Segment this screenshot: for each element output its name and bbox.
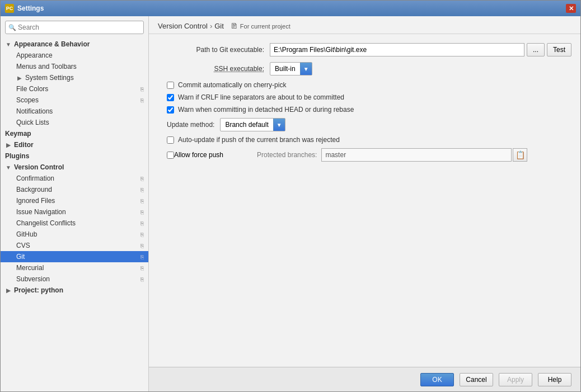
detached-head-checkbox[interactable] — [167, 106, 174, 114]
sidebar-item-git[interactable]: Git ⎘ — [1, 251, 148, 262]
test-button[interactable]: Test — [547, 43, 571, 56]
sidebar-item-label: Mercurial — [16, 264, 44, 272]
breadcrumb-part1: Version Control — [158, 22, 208, 30]
sidebar-item-editor[interactable]: ▶ Editor — [1, 139, 148, 150]
content-area: 🔍 ▼ Appearance & Behavior Appearance Men… — [1, 16, 580, 391]
sidebar-item-mercurial[interactable]: Mercurial ⎘ — [1, 262, 148, 273]
help-button[interactable]: Help — [538, 373, 571, 386]
sidebar-item-label: Menus and Toolbars — [16, 63, 77, 70]
sidebar-item-keymap[interactable]: Keymap — [1, 128, 148, 139]
copy-icon: ⎘ — [140, 86, 144, 92]
sidebar-item-label: Editor — [14, 141, 34, 149]
expand-icon: ▶ — [5, 141, 12, 148]
app-icon: PC — [5, 4, 14, 13]
auto-update-checkbox[interactable] — [167, 136, 174, 144]
sidebar-item-system-settings[interactable]: ▶ System Settings — [1, 72, 148, 83]
sidebar-item-label: Project: python — [14, 286, 63, 294]
cancel-button[interactable]: Cancel — [460, 373, 493, 386]
footer: OK Cancel Apply Help — [149, 367, 580, 391]
sidebar: 🔍 ▼ Appearance & Behavior Appearance Men… — [1, 16, 149, 391]
sidebar-item-label: Confirmation — [16, 174, 54, 182]
folder-icon: 📋 — [516, 150, 525, 159]
sidebar-item-cvs[interactable]: CVS ⎘ — [1, 240, 148, 251]
sidebar-item-label: Quick Lists — [16, 119, 49, 126]
sidebar-item-version-control[interactable]: ▼ Version Control — [1, 162, 148, 173]
copy-icon: ⎘ — [140, 232, 144, 238]
sidebar-item-label: File Colors — [16, 85, 48, 93]
update-method-select[interactable]: Branch default ▼ — [220, 118, 285, 131]
sidebar-item-github[interactable]: GitHub ⎘ — [1, 229, 148, 240]
copy-icon: ⎘ — [140, 97, 144, 103]
copy-icon: ⎘ — [140, 220, 144, 226]
sidebar-item-label: Git — [16, 253, 25, 261]
cherry-pick-label[interactable]: Commit automatically on cherry-pick — [178, 81, 286, 89]
update-method-label: Update method: — [167, 121, 214, 129]
force-push-row: Allow force push Protected branches: 📋 — [167, 148, 571, 162]
update-method-row: Update method: Branch default ▼ — [167, 118, 571, 131]
auto-update-label[interactable]: Auto-update if push of the current branc… — [178, 136, 340, 144]
expand-icon: ▶ — [5, 287, 12, 294]
sidebar-item-label: Appearance & Behavior — [14, 40, 90, 48]
breadcrumb-part2: Git — [214, 22, 224, 30]
sidebar-item-background[interactable]: Background ⎘ — [1, 184, 148, 195]
ssh-label: SSH executable: — [158, 65, 270, 73]
update-method-value: Branch default — [221, 120, 273, 130]
sidebar-item-label: Changelist Conflicts — [16, 219, 76, 227]
sidebar-item-ignored-files[interactable]: Ignored Files ⎘ — [1, 195, 148, 206]
sidebar-item-label: Appearance — [16, 51, 53, 59]
copy-icon: ⎘ — [140, 187, 144, 193]
update-dropdown-button[interactable]: ▼ — [273, 119, 285, 131]
search-input[interactable] — [5, 21, 144, 34]
window-title: Settings — [17, 4, 566, 12]
sidebar-item-scopes[interactable]: Scopes ⎘ — [1, 95, 148, 106]
crlf-checkbox[interactable] — [167, 94, 174, 101]
sidebar-item-issue-navigation[interactable]: Issue Navigation ⎘ — [1, 206, 148, 218]
main-header: Version Control › Git 🖹 For current proj… — [149, 16, 580, 34]
ssh-value: Built-in — [270, 64, 300, 74]
sidebar-item-project-python[interactable]: ▶ Project: python — [1, 285, 148, 296]
copy-icon: ⎘ — [140, 276, 144, 282]
ssh-dropdown-button[interactable]: ▼ — [300, 63, 312, 75]
search-icon: 🔍 — [8, 24, 16, 31]
titlebar: PC Settings ✕ — [1, 1, 580, 16]
git-path-label: Path to Git executable: — [158, 46, 270, 54]
ellipsis-button[interactable]: ... — [527, 43, 545, 56]
sidebar-item-notifications[interactable]: Notifications — [1, 106, 148, 117]
copy-icon: ⎘ — [140, 176, 144, 182]
ok-button[interactable]: OK — [420, 373, 454, 386]
main-panel: Version Control › Git 🖹 For current proj… — [149, 16, 580, 391]
copy-icon: ⎘ — [140, 209, 144, 215]
apply-button[interactable]: Apply — [499, 373, 532, 386]
close-button[interactable]: ✕ — [566, 4, 576, 13]
detached-head-label[interactable]: Warn when committing in detached HEAD or… — [178, 106, 354, 114]
sidebar-item-appearance-behavior[interactable]: ▼ Appearance & Behavior — [1, 39, 148, 50]
sidebar-item-label: Subversion — [16, 275, 50, 283]
cherry-pick-row: Commit automatically on cherry-pick — [167, 81, 571, 89]
sidebar-item-menus-toolbars[interactable]: Menus and Toolbars — [1, 61, 148, 72]
cherry-pick-checkbox[interactable] — [167, 82, 174, 89]
sidebar-item-label: Ignored Files — [16, 197, 55, 205]
sidebar-item-file-colors[interactable]: File Colors ⎘ — [1, 83, 148, 95]
copy-icon: ⎘ — [140, 243, 144, 249]
detached-head-row: Warn when committing in detached HEAD or… — [167, 106, 571, 114]
sidebar-item-plugins[interactable]: Plugins — [1, 150, 148, 162]
force-push-label[interactable]: Allow force push — [174, 151, 223, 159]
sidebar-item-label: Plugins — [5, 152, 29, 160]
for-current-project: 🖹 For current project — [231, 22, 290, 30]
search-box: 🔍 — [5, 21, 144, 34]
sidebar-item-confirmation[interactable]: Confirmation ⎘ — [1, 173, 148, 184]
sidebar-item-label: Notifications — [16, 107, 53, 115]
sidebar-item-subversion[interactable]: Subversion ⎘ — [1, 273, 148, 285]
git-path-input[interactable] — [270, 43, 524, 56]
auto-update-row: Auto-update if push of the current branc… — [167, 136, 571, 144]
protected-branches-input[interactable] — [321, 148, 512, 162]
sidebar-item-label: System Settings — [25, 74, 74, 82]
force-push-checkbox[interactable] — [167, 152, 174, 159]
copy-icon: ⎘ — [140, 198, 144, 204]
sidebar-item-appearance[interactable]: Appearance — [1, 50, 148, 61]
sidebar-item-quick-lists[interactable]: Quick Lists — [1, 117, 148, 128]
crlf-label[interactable]: Warn if CRLF line separators are about t… — [178, 93, 344, 101]
ssh-select[interactable]: Built-in ▼ — [270, 62, 312, 75]
protected-branches-button[interactable]: 📋 — [513, 148, 527, 162]
sidebar-item-changelist-conflicts[interactable]: Changelist Conflicts ⎘ — [1, 218, 148, 229]
